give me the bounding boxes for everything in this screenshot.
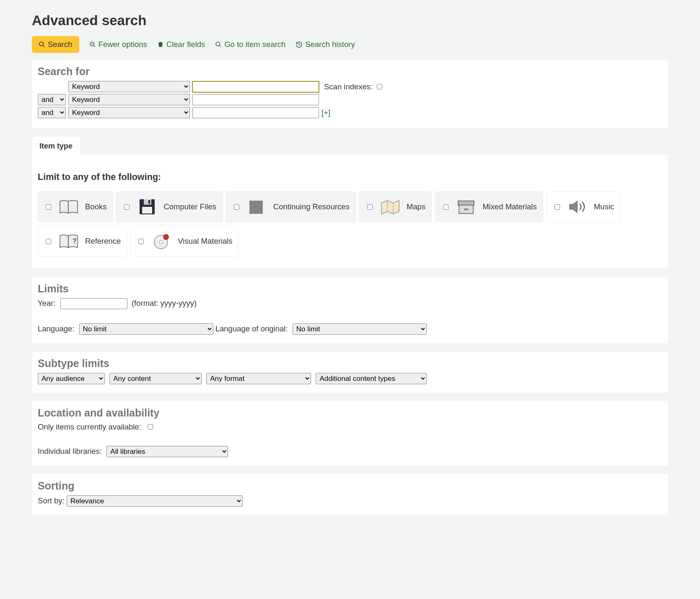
item-type-visual-materials-checkbox[interactable]: [138, 239, 144, 244]
term-input-3[interactable]: [192, 107, 319, 118]
language-original-select[interactable]: No limit: [293, 323, 427, 335]
svg-rect-13: [464, 208, 468, 210]
search-history-label: Search history: [305, 40, 355, 49]
item-label: Books: [85, 202, 106, 211]
toolbar: Search Fewer options Clear fields Go to …: [32, 36, 668, 53]
add-row-link[interactable]: [+]: [321, 108, 330, 117]
scan-indexes-label: Scan indexes:: [324, 82, 373, 91]
item-type-books[interactable]: Books: [38, 191, 113, 222]
item-label: Computer Files: [163, 202, 216, 211]
go-to-item-search-label: Go to item search: [224, 40, 285, 49]
svg-line-3: [93, 45, 95, 47]
term-input-1[interactable]: [192, 81, 319, 92]
svg-line-6: [219, 45, 221, 47]
item-type-section: Item type Limit to any of the following:…: [32, 137, 668, 268]
item-type-books-checkbox[interactable]: [46, 204, 51, 210]
go-to-item-search-link[interactable]: Go to item search: [215, 40, 285, 49]
fewer-options-label: Fewer options: [99, 40, 147, 49]
svg-point-17: [163, 234, 169, 240]
individual-libraries-label: Individual libraries:: [38, 447, 102, 456]
item-type-mixed-materials[interactable]: Mixed Materials: [435, 191, 543, 222]
sort-by-label: Sort by:: [38, 496, 65, 505]
item-type-computer-files[interactable]: Computer Files: [116, 191, 222, 222]
year-label: Year:: [38, 299, 56, 307]
scan-indexes-checkbox[interactable]: [377, 84, 382, 89]
subtype-heading: Subtype limits: [38, 357, 662, 370]
item-label: Visual Materials: [178, 237, 232, 246]
year-hint: (format: yyyy-yyyy): [132, 299, 197, 307]
item-type-heading: Limit to any of the following:: [38, 172, 662, 182]
tab-item-type[interactable]: Item type: [32, 137, 80, 155]
svg-rect-9: [148, 200, 150, 204]
item-type-computer-files-checkbox[interactable]: [124, 204, 130, 210]
item-type-maps-checkbox[interactable]: [367, 204, 373, 210]
item-type-continuing-resources-checkbox[interactable]: [234, 204, 239, 210]
book-icon: [57, 198, 80, 216]
svg-point-0: [39, 42, 43, 46]
map-icon: [379, 198, 402, 216]
item-label: Reference: [85, 237, 121, 246]
language-select[interactable]: No limit: [79, 323, 213, 335]
svg-point-16: [159, 240, 163, 244]
language-label: Language:: [38, 324, 74, 333]
history-icon: [296, 41, 303, 48]
svg-rect-8: [144, 199, 151, 205]
term-input-2[interactable]: [192, 94, 319, 105]
item-type-reference[interactable]: ? Reference: [38, 226, 127, 257]
zoom-out-icon: [89, 41, 96, 48]
only-available-label: Only items currently available:: [38, 422, 141, 431]
year-input[interactable]: [60, 298, 127, 309]
field-select-2[interactable]: Keyword: [68, 94, 190, 105]
search-icon: [215, 41, 222, 48]
trash-icon: [157, 41, 164, 48]
limits-panel: Limits Year: (format: yyyy-yyyy) Languag…: [32, 277, 668, 343]
item-label: Continuing Resources: [273, 202, 350, 211]
disc-icon: [150, 232, 173, 250]
item-type-mixed-materials-checkbox[interactable]: [443, 204, 449, 210]
audience-select[interactable]: Any audience: [38, 373, 105, 384]
fewer-options-link[interactable]: Fewer options: [89, 40, 147, 49]
location-panel: Location and availability Only items cur…: [32, 401, 668, 466]
box-icon: [455, 198, 477, 216]
language-original-label: Language of original:: [215, 324, 288, 333]
sort-by-select[interactable]: Relevance: [67, 495, 243, 507]
clear-fields-link[interactable]: Clear fields: [157, 40, 205, 49]
search-row-1: Keyword Scan indexes:: [38, 81, 662, 92]
item-label: Maps: [407, 202, 425, 211]
item-type-music[interactable]: Music: [547, 191, 620, 222]
additional-content-select[interactable]: Additional content types: [316, 373, 427, 384]
search-row-3: and Keyword [+]: [38, 107, 662, 118]
search-button[interactable]: Search: [32, 36, 79, 53]
item-type-reference-checkbox[interactable]: [46, 239, 51, 244]
item-type-maps[interactable]: Maps: [359, 191, 432, 222]
sorting-heading: Sorting: [38, 480, 662, 492]
bool-select-3[interactable]: and: [38, 107, 66, 118]
field-select-3[interactable]: Keyword: [68, 107, 190, 118]
svg-rect-12: [458, 201, 474, 205]
item-type-music-checkbox[interactable]: [555, 204, 560, 210]
search-button-label: Search: [48, 40, 73, 49]
svg-rect-10: [142, 207, 152, 214]
item-type-continuing-resources[interactable]: Continuing Resources: [226, 191, 356, 222]
location-heading: Location and availability: [38, 407, 662, 419]
svg-point-5: [216, 42, 220, 46]
svg-line-1: [43, 45, 44, 47]
clear-fields-label: Clear fields: [166, 40, 205, 49]
search-for-panel: Search for Keyword Scan indexes: and Key…: [32, 60, 668, 128]
search-row-2: and Keyword: [38, 94, 662, 105]
search-for-heading: Search for: [38, 65, 662, 78]
search-history-link[interactable]: Search history: [296, 40, 355, 49]
only-available-checkbox[interactable]: [148, 424, 153, 430]
reference-icon: ?: [57, 232, 80, 250]
field-select-1[interactable]: Keyword: [68, 81, 190, 92]
serials-icon: [246, 198, 268, 216]
floppy-icon: [136, 198, 158, 216]
search-icon: [39, 41, 45, 48]
bool-select-2[interactable]: and: [38, 94, 66, 105]
subtype-panel: Subtype limits Any audience Any content …: [32, 352, 668, 393]
individual-libraries-select[interactable]: All libraries: [106, 446, 228, 457]
format-select[interactable]: Any format: [206, 373, 311, 384]
sorting-panel: Sorting Sort by: Relevance: [32, 474, 668, 515]
content-select[interactable]: Any content: [109, 373, 202, 384]
item-type-visual-materials[interactable]: Visual Materials: [130, 226, 239, 257]
